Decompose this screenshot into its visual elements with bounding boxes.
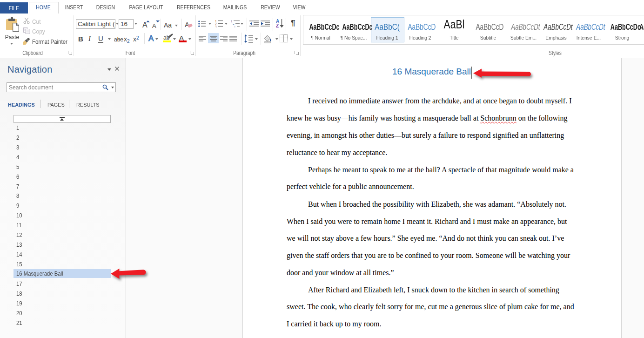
svg-text:i: i: [235, 25, 235, 27]
svg-text:3: 3: [215, 25, 217, 28]
